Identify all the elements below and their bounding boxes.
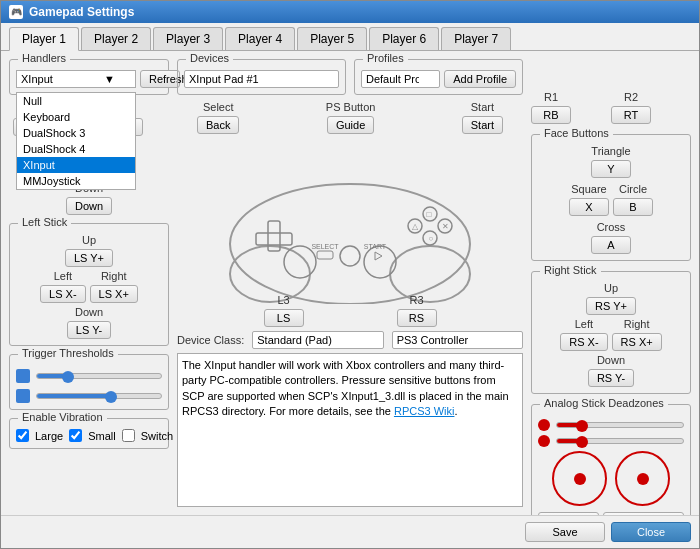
square-button[interactable]: X — [569, 198, 609, 216]
ls-down-button[interactable]: LS Y- — [67, 321, 111, 339]
handler-option-xinput[interactable]: XInput — [17, 157, 135, 173]
analog-deadzone-label: Analog Stick Deadzones — [540, 397, 668, 409]
profiles-group: Profiles Default Profile Add Profile — [354, 59, 523, 95]
devices-profiles-row: Devices XInput Pad #1 Profiles Default P… — [177, 59, 523, 95]
handlers-label: Handlers — [18, 52, 70, 64]
tab-player6[interactable]: Player 6 — [369, 27, 439, 50]
handler-option-null[interactable]: Null — [17, 93, 135, 109]
triangle-button[interactable]: Y — [591, 160, 631, 178]
start-button[interactable]: Start — [462, 116, 503, 134]
trigger-thresholds-label: Trigger Thresholds — [18, 347, 118, 359]
rs-right-button[interactable]: RS X+ — [612, 333, 662, 351]
filter-noise-button[interactable]: Filter Noise — [538, 512, 599, 515]
svg-text:START: START — [364, 243, 387, 250]
circle-group: Circle B — [613, 183, 653, 216]
rs-up-label: Up — [604, 282, 618, 294]
title-bar: 🎮 Gamepad Settings — [1, 1, 699, 23]
down-button[interactable]: Down — [66, 197, 112, 215]
ls-left-button[interactable]: LS X- — [40, 285, 86, 303]
close-button[interactable]: Close — [611, 522, 691, 542]
r3-group: R3 RS — [397, 294, 437, 327]
gamepad-svg: △ □ ○ ✕ SELECT START — [220, 134, 480, 304]
deadzone-track-2[interactable] — [556, 438, 684, 444]
slider-row-2 — [16, 389, 162, 403]
restore-defaults-button[interactable]: Restore Defaults — [603, 512, 684, 515]
rs-down-label: Down — [597, 354, 625, 366]
save-button[interactable]: Save — [525, 522, 605, 542]
ls-up-button[interactable]: LS Y+ — [65, 249, 113, 267]
tab-player3[interactable]: Player 3 — [153, 27, 223, 50]
ls-right-label: Right — [101, 270, 127, 282]
l3-label: L3 — [277, 294, 289, 306]
svg-point-19 — [340, 246, 360, 266]
devices-group: Devices XInput Pad #1 — [177, 59, 346, 95]
deadzone-track-1[interactable] — [556, 422, 684, 428]
circle-button[interactable]: B — [613, 198, 653, 216]
left-stick-area: Up LS Y+ Left LS X- Right LS X+ — [16, 234, 162, 339]
handler-select-display[interactable]: XInput ▼ — [16, 70, 136, 88]
rs-r3-button[interactable]: RS — [397, 309, 437, 327]
handler-option-keyboard[interactable]: Keyboard — [17, 109, 135, 125]
large-checkbox[interactable] — [16, 429, 29, 442]
guide-button[interactable]: Guide — [327, 116, 374, 134]
rs-down-button[interactable]: RS Y- — [588, 369, 634, 387]
window-icon: 🎮 — [9, 5, 23, 19]
slider-track-1[interactable] — [36, 373, 162, 379]
tab-player2[interactable]: Player 2 — [81, 27, 151, 50]
select-group: Select Back — [197, 101, 239, 134]
devices-select[interactable]: XInput Pad #1 — [184, 70, 339, 88]
vibration-group: Enable Vibration Large Small Switch — [9, 418, 169, 449]
add-profile-button[interactable]: Add Profile — [444, 70, 516, 88]
profiles-select[interactable]: Default Profile — [361, 70, 440, 88]
deadzone-slider-row-2 — [538, 435, 684, 447]
rs-lr-row: Left RS X- Right RS X+ — [560, 318, 661, 351]
cross-label: Cross — [597, 221, 626, 233]
rs-up-button[interactable]: RS Y+ — [586, 297, 636, 315]
tab-player7[interactable]: Player 7 — [441, 27, 511, 50]
cross-button[interactable]: A — [591, 236, 631, 254]
slider-thumb-1[interactable] — [62, 371, 74, 383]
deadzone-slider2-icon — [538, 435, 550, 447]
deadzone-thumb-2[interactable] — [576, 436, 588, 448]
ps3-controller-select[interactable]: PS3 Controller — [392, 331, 523, 349]
device-class-select-wrapper: Standard (Pad) — [252, 331, 383, 349]
handler-option-mmjoy[interactable]: MMJoystick — [17, 173, 135, 189]
switch-checkbox[interactable] — [122, 429, 135, 442]
back-button[interactable]: Back — [197, 116, 239, 134]
handler-option-ds4[interactable]: DualShock 4 — [17, 141, 135, 157]
square-group: Square X — [569, 183, 609, 216]
refresh-button[interactable]: Refresh — [140, 70, 180, 88]
ls-right-button[interactable]: LS X+ — [90, 285, 138, 303]
ls-lr-row: Left LS X- Right LS X+ — [40, 270, 138, 303]
tabs-bar: Player 1 Player 2 Player 3 Player 4 Play… — [1, 23, 699, 51]
device-class-select[interactable]: Standard (Pad) — [252, 331, 383, 349]
rs-right-group: Right RS X+ — [612, 318, 662, 351]
slider-thumb-2[interactable] — [105, 391, 117, 403]
cross-group: Cross A — [591, 221, 631, 254]
rs-left-button[interactable]: RS X- — [560, 333, 607, 351]
svg-text:△: △ — [412, 222, 419, 231]
r1-group: R1 RB — [531, 91, 571, 124]
handler-dropdown-list: Null Keyboard DualShock 3 DualShock 4 XI… — [16, 92, 136, 190]
ls-right-group: Right LS X+ — [90, 270, 138, 303]
rt-button[interactable]: RT — [611, 106, 651, 124]
switch-label: Switch — [141, 430, 173, 442]
svg-text:SELECT: SELECT — [311, 243, 339, 250]
slider-fill-2 — [37, 394, 111, 398]
ls-up-label: Up — [82, 234, 96, 246]
tab-player1[interactable]: Player 1 — [9, 27, 79, 51]
ls-l3-button[interactable]: LS — [264, 309, 304, 327]
handler-option-ds3[interactable]: DualShock 3 — [17, 125, 135, 141]
gamepad-settings-window: 🎮 Gamepad Settings Player 1 Player 2 Pla… — [0, 0, 700, 549]
tab-player4[interactable]: Player 4 — [225, 27, 295, 50]
description-box: The XInput handler will work with Xbox c… — [177, 353, 523, 507]
square-circle-row: Square X Circle B — [569, 183, 653, 216]
deadzone-thumb-1[interactable] — [576, 420, 588, 432]
wiki-link[interactable]: RPCS3 Wiki — [394, 405, 455, 417]
rb-button[interactable]: RB — [531, 106, 571, 124]
profiles-row: Default Profile Add Profile — [361, 70, 516, 88]
ls-down-group: Down LS Y- — [67, 306, 111, 339]
small-checkbox[interactable] — [69, 429, 82, 442]
slider-track-2[interactable] — [36, 393, 162, 399]
tab-player5[interactable]: Player 5 — [297, 27, 367, 50]
